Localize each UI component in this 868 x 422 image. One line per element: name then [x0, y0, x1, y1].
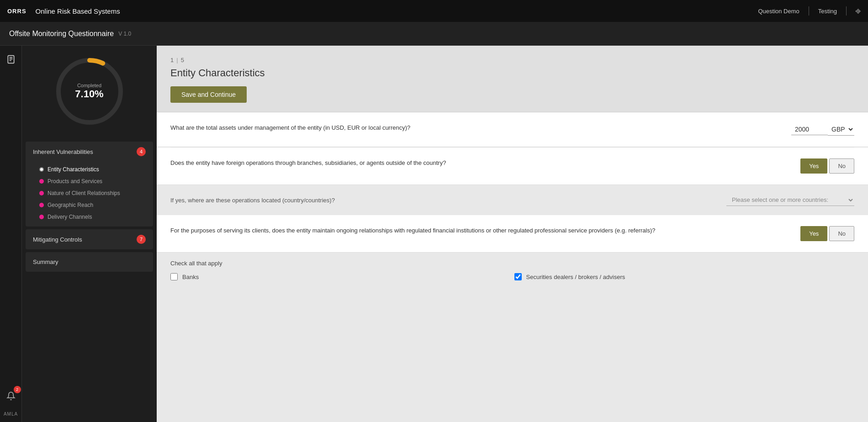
top-nav: ORRS Online Risk Based Systems Question …	[0, 0, 868, 22]
checkbox-securities-label: Securities dealers / brokers / advisers	[526, 274, 625, 280]
question-1-text: What are the total assets under manageme…	[170, 123, 782, 132]
sidebar-section-inherent-header[interactable]: Inherent Vulnerabilities 4	[26, 142, 153, 162]
sidebar-sub-items: Entity Characteristics Products and Serv…	[26, 162, 153, 227]
document-icon[interactable]	[3, 51, 19, 68]
logout-icon[interactable]: ⎆	[856, 6, 861, 16]
sidebar-item-nature-client[interactable]: Nature of Client Relationships	[26, 187, 153, 199]
amla-label: AMLA	[4, 411, 18, 417]
dot-delivery-channels	[39, 215, 44, 219]
page-title: Entity Characteristics	[170, 67, 854, 79]
app-logo: ORRS	[7, 8, 26, 15]
checkbox-banks-label: Banks	[182, 274, 199, 280]
country-dropdown[interactable]: Please select one or more countries: Uni…	[726, 194, 854, 206]
summary-label: Summary	[33, 258, 58, 265]
q2-yes-button[interactable]: Yes	[800, 158, 827, 174]
questionnaire-title: Offsite Monitoring Questionnaire	[9, 30, 114, 38]
save-continue-button[interactable]: Save and Continue	[170, 86, 247, 103]
icon-bar: 2 AMLA	[0, 46, 22, 422]
dot-nature-client	[39, 191, 44, 195]
delivery-channels-label: Delivery Channels	[48, 214, 92, 220]
checkbox-section-title: Check all that apply	[170, 260, 854, 267]
nav-right: Question Demo Testing ⎆	[758, 6, 861, 16]
sidebar-nav: Inherent Vulnerabilities 4 Entity Charac…	[22, 142, 157, 274]
currency-select[interactable]: GBP USD EUR CHF	[828, 123, 854, 136]
question-1-row: What are the total assets under manageme…	[170, 123, 854, 136]
checkbox-grid: Banks Securities dealers / brokers / adv…	[170, 273, 854, 280]
question-2-sub-section: If yes, where are these operations locat…	[157, 185, 868, 215]
q2-no-button[interactable]: No	[829, 158, 854, 174]
nature-client-label: Nature of Client Relationships	[48, 190, 120, 196]
total-assets-input[interactable]	[791, 124, 828, 135]
sidebar: Completed 7.10% Inherent Vulnerabilities…	[22, 46, 157, 422]
nav-user[interactable]: Question Demo	[758, 8, 799, 15]
mitigating-badge: 7	[137, 235, 146, 244]
sidebar-item-entity-characteristics[interactable]: Entity Characteristics	[26, 164, 153, 175]
step-indicator: 1 | 5	[170, 57, 854, 63]
main-layout: 2 AMLA Completed 7.10% Inherent Vulnerab…	[0, 46, 868, 422]
sidebar-item-geographic-reach[interactable]: Geographic Reach	[26, 199, 153, 211]
sub-header: Offsite Monitoring Questionnaire V 1.0	[0, 22, 868, 46]
sidebar-item-delivery-channels[interactable]: Delivery Channels	[26, 211, 153, 223]
dot-entity-characteristics	[39, 167, 44, 172]
question-2-text: Does the entity have foreign operations …	[170, 158, 791, 168]
question-2-section: Does the entity have foreign operations …	[157, 148, 868, 185]
dot-geographic-reach	[39, 203, 44, 207]
step-total: 5	[181, 57, 184, 63]
question-3-controls: Yes No	[800, 226, 854, 241]
q3-yes-button[interactable]: Yes	[800, 226, 827, 241]
dot-products-services	[39, 179, 44, 184]
nav-divider-2	[846, 6, 847, 16]
country-select-row: If yes, where are these operations locat…	[170, 194, 854, 206]
notification-badge: 2	[14, 386, 21, 393]
inherent-badge: 4	[137, 147, 146, 156]
nav-testing[interactable]: Testing	[818, 8, 837, 15]
checkbox-securities-dealers[interactable]: Securities dealers / brokers / advisers	[514, 273, 855, 280]
entity-characteristics-label: Entity Characteristics	[48, 166, 99, 173]
question-1-section: What are the total assets under manageme…	[157, 112, 868, 147]
sidebar-item-products-services[interactable]: Products and Services	[26, 175, 153, 187]
mitigating-controls-label: Mitigating Controls	[33, 236, 82, 243]
checkbox-section: Check all that apply Banks Securities de…	[157, 253, 868, 288]
products-services-label: Products and Services	[48, 178, 102, 185]
step-current: 1	[170, 57, 174, 63]
version-label: V 1.0	[118, 31, 131, 37]
progress-circle: Completed 7.10%	[53, 55, 126, 128]
app-title: Online Risk Based Systems	[36, 7, 758, 15]
notification-icon-wrapper[interactable]: 2	[3, 388, 19, 404]
progress-percent: 7.10%	[75, 88, 103, 100]
question-3-text: For the purposes of serving its clients,…	[170, 226, 791, 235]
question-2-controls: Yes No	[800, 158, 854, 174]
sidebar-section-inherent: Inherent Vulnerabilities 4 Entity Charac…	[26, 142, 153, 227]
main-content: 1 | 5 Entity Characteristics Save and Co…	[157, 46, 868, 422]
sidebar-section-mitigating: Mitigating Controls 7	[26, 229, 153, 249]
progress-inner: Completed 7.10%	[75, 83, 103, 100]
geographic-reach-label: Geographic Reach	[48, 202, 93, 208]
question-1-controls: GBP USD EUR CHF	[791, 123, 854, 136]
nav-divider	[809, 6, 809, 16]
checkbox-banks-input[interactable]	[170, 273, 178, 280]
step-divider: |	[176, 57, 178, 63]
sidebar-section-summary[interactable]: Summary	[26, 252, 153, 272]
checkbox-securities-input[interactable]	[514, 273, 522, 280]
inherent-vulnerabilities-label: Inherent Vulnerabilities	[33, 148, 93, 155]
q3-no-button[interactable]: No	[829, 226, 854, 241]
completed-label: Completed	[75, 83, 103, 88]
question-3-section: For the purposes of serving its clients,…	[157, 215, 868, 253]
question-2-row: Does the entity have foreign operations …	[170, 158, 854, 174]
sidebar-section-mitigating-header[interactable]: Mitigating Controls 7	[26, 229, 153, 249]
checkbox-banks[interactable]: Banks	[170, 273, 511, 280]
question-3-row: For the purposes of serving its clients,…	[170, 226, 854, 241]
country-select-label: If yes, where are these operations locat…	[170, 197, 717, 204]
content-header: 1 | 5 Entity Characteristics Save and Co…	[157, 46, 868, 112]
